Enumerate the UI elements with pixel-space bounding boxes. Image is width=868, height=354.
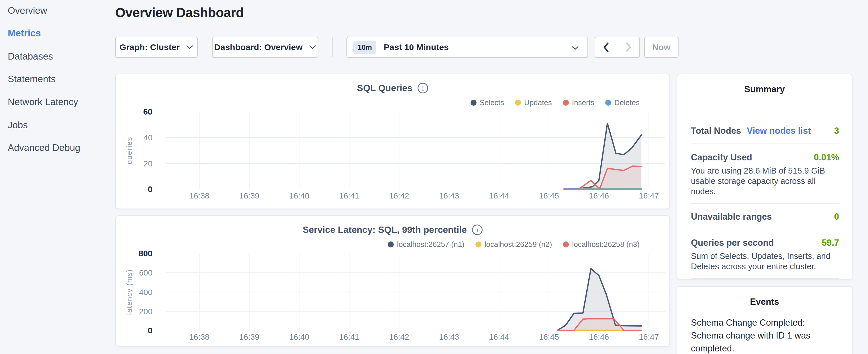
page-title: Overview Dashboard (115, 5, 244, 20)
view-nodes-list-link[interactable]: View nodes list (747, 125, 811, 136)
svg-text:16:38: 16:38 (189, 191, 210, 200)
summary-description: You are using 28.6 MiB of 515.9 GiB usab… (691, 165, 839, 196)
summary-label: Queries per second (691, 237, 774, 248)
summary-value: 0 (834, 212, 839, 222)
summary-value: 0.01% (814, 152, 839, 163)
svg-text:20: 20 (144, 159, 152, 168)
time-range-badge: 10m (353, 41, 376, 54)
dashboard-label: Dashboard: Overview (214, 42, 302, 52)
svg-text:800: 800 (139, 249, 152, 258)
sidebar-item-advanced-debug[interactable]: Advanced Debug (8, 142, 80, 153)
sidebar-item-overview[interactable]: Overview (8, 5, 47, 16)
svg-text:16:40: 16:40 (289, 332, 309, 342)
graph-scope-label: Graph: Cluster (120, 42, 180, 52)
svg-text:600: 600 (139, 268, 152, 277)
svg-text:16:38: 16:38 (189, 332, 210, 342)
next-range-button[interactable] (617, 37, 639, 57)
svg-text:16:44: 16:44 (489, 332, 509, 342)
chevron-right-icon (626, 42, 631, 52)
svg-text:60: 60 (143, 107, 152, 116)
svg-text:16:43: 16:43 (439, 332, 459, 342)
controls-divider (333, 37, 333, 57)
service-latency-plot[interactable]: 020040060080016:3816:3916:4016:4116:4216… (116, 216, 670, 346)
time-range-label: Past 10 Minutes (384, 42, 449, 52)
sidebar-item-network-latency[interactable]: Network Latency (8, 97, 78, 107)
chevron-down-icon (186, 45, 193, 50)
svg-text:16:42: 16:42 (389, 191, 409, 200)
svg-text:latency (ms): latency (ms) (125, 269, 133, 315)
summary-title: Summary (677, 84, 852, 95)
svg-text:16:45: 16:45 (539, 332, 559, 342)
sql-queries-plot[interactable]: 020406016:3816:3916:4016:4116:4216:4316:… (116, 74, 670, 208)
svg-text:queries: queries (125, 137, 133, 164)
service-latency-chart-card: Service Latency: SQL, 99th percentile lo… (115, 215, 670, 347)
svg-text:16:40: 16:40 (289, 191, 309, 200)
summary-value: 3 (834, 125, 839, 136)
svg-text:0: 0 (148, 185, 152, 194)
event-text: Schema Change Completed: Schema change w… (691, 316, 838, 354)
event-item[interactable]: Schema Change Completed: Schema change w… (691, 316, 838, 354)
prev-range-button[interactable] (595, 37, 617, 57)
svg-text:16:46: 16:46 (589, 332, 609, 342)
events-title: Events (677, 296, 852, 307)
chevron-left-icon (603, 42, 609, 52)
time-step-group (595, 37, 640, 58)
svg-text:16:46: 16:46 (589, 191, 609, 200)
summary-description: Sum of Selects, Updates, Inserts, and De… (691, 251, 839, 271)
sidebar-item-metrics[interactable]: Metrics (8, 28, 41, 39)
svg-text:16:41: 16:41 (339, 191, 359, 200)
graph-scope-dropdown[interactable]: Graph: Cluster (115, 37, 198, 58)
summary-label: Unavailable ranges (691, 212, 772, 222)
summary-row-total-nodes: Total Nodes View nodes list 3 (691, 110, 839, 143)
svg-text:16:45: 16:45 (539, 191, 559, 200)
chevron-down-icon (571, 46, 579, 51)
svg-text:200: 200 (139, 307, 152, 316)
svg-text:16:39: 16:39 (239, 191, 259, 200)
sql-queries-chart-card: SQL Queries SelectsUpdatesInsertsDeletes… (115, 74, 670, 209)
svg-text:16:42: 16:42 (389, 332, 409, 342)
now-button-label: Now (652, 42, 670, 52)
summary-label: Capacity Used (691, 152, 752, 163)
summary-row-unavailable-ranges: Unavailable ranges 0 (691, 204, 839, 229)
svg-text:16:47: 16:47 (639, 191, 659, 200)
svg-text:400: 400 (139, 288, 152, 297)
svg-text:16:47: 16:47 (639, 332, 659, 342)
summary-panel: Summary Total Nodes View nodes list 3 Ca… (677, 74, 852, 280)
summary-value: 59.7 (822, 237, 839, 248)
svg-text:40: 40 (144, 133, 152, 142)
sidebar-item-databases[interactable]: Databases (8, 51, 53, 62)
sidebar-item-statements[interactable]: Statements (8, 74, 56, 85)
svg-text:16:44: 16:44 (489, 191, 509, 200)
svg-text:16:39: 16:39 (239, 332, 259, 342)
sidebar-item-jobs[interactable]: Jobs (8, 120, 28, 131)
chevron-down-icon (309, 45, 316, 50)
time-range-selector[interactable]: 10m Past 10 Minutes (346, 37, 588, 58)
summary-row-capacity-used: Capacity Used 0.01% You are using 28.6 M… (691, 143, 839, 204)
dashboard-dropdown[interactable]: Dashboard: Overview (212, 37, 318, 58)
summary-label: Total Nodes (691, 125, 741, 136)
svg-text:0: 0 (148, 326, 152, 335)
summary-row-queries-per-second: Queries per second 59.7 Sum of Selects, … (691, 229, 839, 279)
svg-text:16:41: 16:41 (339, 332, 359, 342)
events-panel: Events Schema Change Completed: Schema c… (677, 286, 852, 354)
svg-text:16:43: 16:43 (439, 191, 459, 200)
now-button[interactable]: Now (644, 37, 679, 58)
